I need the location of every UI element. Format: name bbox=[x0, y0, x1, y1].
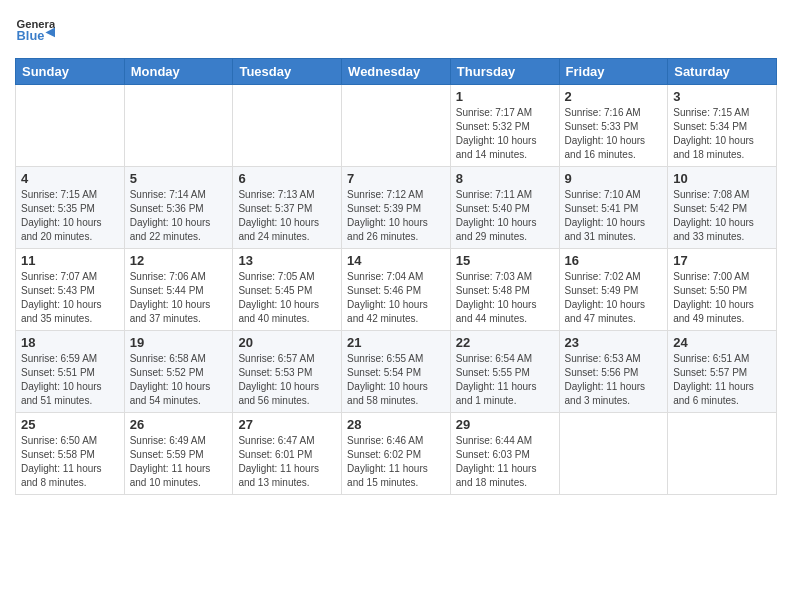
day-info: Sunrise: 6:57 AM Sunset: 5:53 PM Dayligh… bbox=[238, 352, 336, 408]
logo: General Blue bbox=[15, 10, 55, 50]
calendar-cell: 16Sunrise: 7:02 AM Sunset: 5:49 PM Dayli… bbox=[559, 249, 668, 331]
day-number: 29 bbox=[456, 417, 554, 432]
day-info: Sunrise: 7:08 AM Sunset: 5:42 PM Dayligh… bbox=[673, 188, 771, 244]
calendar-cell: 4Sunrise: 7:15 AM Sunset: 5:35 PM Daylig… bbox=[16, 167, 125, 249]
day-info: Sunrise: 7:10 AM Sunset: 5:41 PM Dayligh… bbox=[565, 188, 663, 244]
logo-icon: General Blue bbox=[15, 10, 55, 50]
day-number: 10 bbox=[673, 171, 771, 186]
svg-text:Blue: Blue bbox=[17, 28, 45, 43]
calendar-cell: 7Sunrise: 7:12 AM Sunset: 5:39 PM Daylig… bbox=[342, 167, 451, 249]
day-number: 28 bbox=[347, 417, 445, 432]
calendar-cell: 5Sunrise: 7:14 AM Sunset: 5:36 PM Daylig… bbox=[124, 167, 233, 249]
calendar-cell: 17Sunrise: 7:00 AM Sunset: 5:50 PM Dayli… bbox=[668, 249, 777, 331]
day-info: Sunrise: 6:46 AM Sunset: 6:02 PM Dayligh… bbox=[347, 434, 445, 490]
day-number: 17 bbox=[673, 253, 771, 268]
calendar-cell: 11Sunrise: 7:07 AM Sunset: 5:43 PM Dayli… bbox=[16, 249, 125, 331]
day-info: Sunrise: 6:44 AM Sunset: 6:03 PM Dayligh… bbox=[456, 434, 554, 490]
day-info: Sunrise: 7:15 AM Sunset: 5:34 PM Dayligh… bbox=[673, 106, 771, 162]
day-info: Sunrise: 6:59 AM Sunset: 5:51 PM Dayligh… bbox=[21, 352, 119, 408]
day-info: Sunrise: 7:00 AM Sunset: 5:50 PM Dayligh… bbox=[673, 270, 771, 326]
calendar-cell: 26Sunrise: 6:49 AM Sunset: 5:59 PM Dayli… bbox=[124, 413, 233, 495]
day-info: Sunrise: 7:13 AM Sunset: 5:37 PM Dayligh… bbox=[238, 188, 336, 244]
day-info: Sunrise: 7:11 AM Sunset: 5:40 PM Dayligh… bbox=[456, 188, 554, 244]
calendar-cell bbox=[342, 85, 451, 167]
calendar-cell: 27Sunrise: 6:47 AM Sunset: 6:01 PM Dayli… bbox=[233, 413, 342, 495]
day-number: 13 bbox=[238, 253, 336, 268]
day-info: Sunrise: 6:50 AM Sunset: 5:58 PM Dayligh… bbox=[21, 434, 119, 490]
calendar-week-row: 11Sunrise: 7:07 AM Sunset: 5:43 PM Dayli… bbox=[16, 249, 777, 331]
calendar-cell: 18Sunrise: 6:59 AM Sunset: 5:51 PM Dayli… bbox=[16, 331, 125, 413]
day-info: Sunrise: 7:16 AM Sunset: 5:33 PM Dayligh… bbox=[565, 106, 663, 162]
calendar-day-header: Saturday bbox=[668, 59, 777, 85]
page-header: General Blue bbox=[15, 10, 777, 50]
day-info: Sunrise: 7:07 AM Sunset: 5:43 PM Dayligh… bbox=[21, 270, 119, 326]
calendar-week-row: 4Sunrise: 7:15 AM Sunset: 5:35 PM Daylig… bbox=[16, 167, 777, 249]
day-number: 20 bbox=[238, 335, 336, 350]
calendar-cell bbox=[16, 85, 125, 167]
calendar-cell: 25Sunrise: 6:50 AM Sunset: 5:58 PM Dayli… bbox=[16, 413, 125, 495]
calendar-day-header: Thursday bbox=[450, 59, 559, 85]
calendar-cell bbox=[124, 85, 233, 167]
calendar-day-header: Wednesday bbox=[342, 59, 451, 85]
calendar-cell: 6Sunrise: 7:13 AM Sunset: 5:37 PM Daylig… bbox=[233, 167, 342, 249]
day-info: Sunrise: 6:55 AM Sunset: 5:54 PM Dayligh… bbox=[347, 352, 445, 408]
day-info: Sunrise: 7:15 AM Sunset: 5:35 PM Dayligh… bbox=[21, 188, 119, 244]
day-info: Sunrise: 6:49 AM Sunset: 5:59 PM Dayligh… bbox=[130, 434, 228, 490]
calendar-day-header: Friday bbox=[559, 59, 668, 85]
day-number: 14 bbox=[347, 253, 445, 268]
day-info: Sunrise: 7:02 AM Sunset: 5:49 PM Dayligh… bbox=[565, 270, 663, 326]
calendar-cell: 20Sunrise: 6:57 AM Sunset: 5:53 PM Dayli… bbox=[233, 331, 342, 413]
calendar-cell: 13Sunrise: 7:05 AM Sunset: 5:45 PM Dayli… bbox=[233, 249, 342, 331]
calendar-cell: 12Sunrise: 7:06 AM Sunset: 5:44 PM Dayli… bbox=[124, 249, 233, 331]
day-number: 4 bbox=[21, 171, 119, 186]
day-number: 5 bbox=[130, 171, 228, 186]
day-info: Sunrise: 7:17 AM Sunset: 5:32 PM Dayligh… bbox=[456, 106, 554, 162]
day-info: Sunrise: 7:06 AM Sunset: 5:44 PM Dayligh… bbox=[130, 270, 228, 326]
day-number: 6 bbox=[238, 171, 336, 186]
calendar-table: SundayMondayTuesdayWednesdayThursdayFrid… bbox=[15, 58, 777, 495]
day-info: Sunrise: 6:58 AM Sunset: 5:52 PM Dayligh… bbox=[130, 352, 228, 408]
day-number: 7 bbox=[347, 171, 445, 186]
day-number: 2 bbox=[565, 89, 663, 104]
calendar-cell bbox=[233, 85, 342, 167]
calendar-cell: 9Sunrise: 7:10 AM Sunset: 5:41 PM Daylig… bbox=[559, 167, 668, 249]
day-number: 27 bbox=[238, 417, 336, 432]
calendar-cell: 10Sunrise: 7:08 AM Sunset: 5:42 PM Dayli… bbox=[668, 167, 777, 249]
day-number: 24 bbox=[673, 335, 771, 350]
day-info: Sunrise: 6:51 AM Sunset: 5:57 PM Dayligh… bbox=[673, 352, 771, 408]
day-number: 22 bbox=[456, 335, 554, 350]
calendar-cell: 22Sunrise: 6:54 AM Sunset: 5:55 PM Dayli… bbox=[450, 331, 559, 413]
day-number: 1 bbox=[456, 89, 554, 104]
day-number: 9 bbox=[565, 171, 663, 186]
day-number: 8 bbox=[456, 171, 554, 186]
calendar-cell: 15Sunrise: 7:03 AM Sunset: 5:48 PM Dayli… bbox=[450, 249, 559, 331]
calendar-day-header: Sunday bbox=[16, 59, 125, 85]
calendar-header-row: SundayMondayTuesdayWednesdayThursdayFrid… bbox=[16, 59, 777, 85]
calendar-cell bbox=[559, 413, 668, 495]
day-number: 26 bbox=[130, 417, 228, 432]
day-info: Sunrise: 7:03 AM Sunset: 5:48 PM Dayligh… bbox=[456, 270, 554, 326]
calendar-week-row: 1Sunrise: 7:17 AM Sunset: 5:32 PM Daylig… bbox=[16, 85, 777, 167]
day-info: Sunrise: 6:54 AM Sunset: 5:55 PM Dayligh… bbox=[456, 352, 554, 408]
calendar-cell: 24Sunrise: 6:51 AM Sunset: 5:57 PM Dayli… bbox=[668, 331, 777, 413]
day-number: 16 bbox=[565, 253, 663, 268]
calendar-cell: 2Sunrise: 7:16 AM Sunset: 5:33 PM Daylig… bbox=[559, 85, 668, 167]
day-number: 15 bbox=[456, 253, 554, 268]
day-number: 23 bbox=[565, 335, 663, 350]
day-info: Sunrise: 7:12 AM Sunset: 5:39 PM Dayligh… bbox=[347, 188, 445, 244]
calendar-cell bbox=[668, 413, 777, 495]
calendar-cell: 21Sunrise: 6:55 AM Sunset: 5:54 PM Dayli… bbox=[342, 331, 451, 413]
calendar-week-row: 18Sunrise: 6:59 AM Sunset: 5:51 PM Dayli… bbox=[16, 331, 777, 413]
calendar-cell: 29Sunrise: 6:44 AM Sunset: 6:03 PM Dayli… bbox=[450, 413, 559, 495]
day-number: 3 bbox=[673, 89, 771, 104]
day-info: Sunrise: 6:47 AM Sunset: 6:01 PM Dayligh… bbox=[238, 434, 336, 490]
calendar-cell: 3Sunrise: 7:15 AM Sunset: 5:34 PM Daylig… bbox=[668, 85, 777, 167]
day-number: 21 bbox=[347, 335, 445, 350]
calendar-cell: 8Sunrise: 7:11 AM Sunset: 5:40 PM Daylig… bbox=[450, 167, 559, 249]
day-info: Sunrise: 7:04 AM Sunset: 5:46 PM Dayligh… bbox=[347, 270, 445, 326]
calendar-cell: 19Sunrise: 6:58 AM Sunset: 5:52 PM Dayli… bbox=[124, 331, 233, 413]
calendar-day-header: Monday bbox=[124, 59, 233, 85]
calendar-week-row: 25Sunrise: 6:50 AM Sunset: 5:58 PM Dayli… bbox=[16, 413, 777, 495]
calendar-cell: 14Sunrise: 7:04 AM Sunset: 5:46 PM Dayli… bbox=[342, 249, 451, 331]
day-number: 12 bbox=[130, 253, 228, 268]
